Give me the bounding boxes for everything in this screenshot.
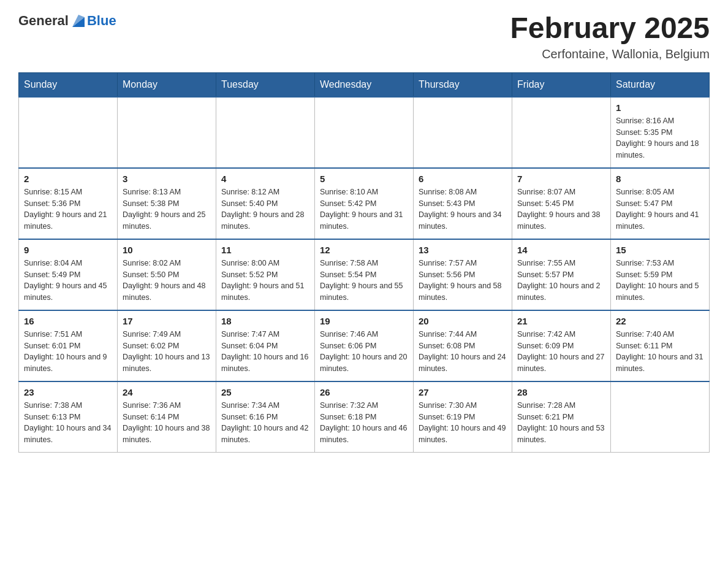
daylight-text: Daylight: 10 hours and 9 minutes.	[24, 353, 107, 373]
daylight-text: Daylight: 10 hours and 24 minutes.	[419, 353, 506, 373]
sunset-text: Sunset: 5:50 PM	[123, 270, 179, 279]
day-info: Sunrise: 7:46 AMSunset: 6:06 PMDaylight:…	[320, 329, 408, 375]
sunset-text: Sunset: 5:57 PM	[517, 270, 574, 279]
day-number: 8	[616, 174, 704, 184]
sunset-text: Sunset: 6:11 PM	[616, 342, 672, 350]
sunset-text: Sunset: 6:06 PM	[320, 342, 376, 350]
sunrise-text: Sunrise: 7:46 AM	[320, 330, 378, 339]
day-number: 16	[24, 316, 112, 326]
sunset-text: Sunset: 6:04 PM	[221, 342, 278, 350]
day-info: Sunrise: 7:58 AMSunset: 5:54 PMDaylight:…	[320, 258, 408, 304]
table-row: 1Sunrise: 8:16 AMSunset: 5:35 PMDaylight…	[611, 97, 710, 168]
sunrise-text: Sunrise: 8:08 AM	[419, 188, 477, 196]
title-block: February 2025 Cerfontaine, Wallonia, Bel…	[510, 12, 710, 61]
daylight-text: Daylight: 9 hours and 48 minutes.	[123, 282, 206, 302]
day-info: Sunrise: 8:05 AMSunset: 5:47 PMDaylight:…	[616, 186, 704, 232]
sunrise-text: Sunrise: 7:36 AM	[123, 401, 181, 410]
day-info: Sunrise: 8:02 AMSunset: 5:50 PMDaylight:…	[123, 258, 211, 304]
logo-blue: Blue	[87, 13, 116, 28]
daylight-text: Daylight: 10 hours and 2 minutes.	[517, 282, 601, 302]
header-friday: Friday	[512, 72, 611, 97]
table-row: 22Sunrise: 7:40 AMSunset: 6:11 PMDayligh…	[611, 310, 710, 381]
header-sunday: Sunday	[19, 72, 118, 97]
daylight-text: Daylight: 9 hours and 31 minutes.	[320, 210, 403, 231]
month-year-title: February 2025	[510, 12, 710, 45]
day-number: 13	[419, 245, 507, 255]
daylight-text: Daylight: 10 hours and 5 minutes.	[616, 282, 699, 302]
sunset-text: Sunset: 6:21 PM	[517, 413, 574, 421]
sunset-text: Sunset: 6:01 PM	[24, 342, 80, 350]
sunrise-text: Sunrise: 7:55 AM	[517, 259, 575, 267]
sunrise-text: Sunrise: 7:40 AM	[616, 330, 674, 339]
header-thursday: Thursday	[414, 72, 512, 97]
table-row: 9Sunrise: 8:04 AMSunset: 5:49 PMDaylight…	[19, 239, 118, 310]
table-row: 26Sunrise: 7:32 AMSunset: 6:18 PMDayligh…	[315, 381, 414, 453]
sunrise-text: Sunrise: 8:02 AM	[123, 259, 181, 267]
sunset-text: Sunset: 6:13 PM	[24, 413, 80, 421]
sunset-text: Sunset: 6:19 PM	[419, 413, 475, 421]
daylight-text: Daylight: 10 hours and 34 minutes.	[24, 424, 111, 444]
day-number: 18	[221, 316, 309, 326]
header-wednesday: Wednesday	[315, 72, 414, 97]
daylight-text: Daylight: 10 hours and 38 minutes.	[123, 424, 210, 444]
sunset-text: Sunset: 5:43 PM	[419, 199, 475, 208]
sunset-text: Sunset: 5:42 PM	[320, 199, 376, 208]
table-row: 21Sunrise: 7:42 AMSunset: 6:09 PMDayligh…	[512, 310, 611, 381]
daylight-text: Daylight: 10 hours and 46 minutes.	[320, 424, 407, 444]
day-number: 14	[517, 245, 605, 255]
sunset-text: Sunset: 5:49 PM	[24, 270, 80, 279]
day-info: Sunrise: 8:13 AMSunset: 5:38 PMDaylight:…	[123, 186, 211, 232]
table-row: 6Sunrise: 8:08 AMSunset: 5:43 PMDaylight…	[414, 168, 512, 239]
sunset-text: Sunset: 5:38 PM	[123, 199, 179, 208]
sunrise-text: Sunrise: 7:42 AM	[517, 330, 575, 339]
sunrise-text: Sunrise: 7:30 AM	[419, 401, 477, 410]
table-row: 4Sunrise: 8:12 AMSunset: 5:40 PMDaylight…	[216, 168, 315, 239]
day-number: 17	[123, 316, 211, 326]
sunrise-text: Sunrise: 7:58 AM	[320, 259, 378, 267]
sunrise-text: Sunrise: 8:07 AM	[517, 188, 575, 196]
daylight-text: Daylight: 9 hours and 51 minutes.	[221, 282, 305, 302]
daylight-text: Daylight: 9 hours and 18 minutes.	[616, 139, 699, 159]
daylight-text: Daylight: 10 hours and 16 minutes.	[221, 353, 308, 373]
table-row	[118, 97, 216, 168]
day-number: 6	[419, 174, 507, 184]
day-number: 21	[517, 316, 605, 326]
day-info: Sunrise: 7:40 AMSunset: 6:11 PMDaylight:…	[616, 329, 704, 375]
table-row: 12Sunrise: 7:58 AMSunset: 5:54 PMDayligh…	[315, 239, 414, 310]
day-number: 19	[320, 316, 408, 326]
day-info: Sunrise: 8:12 AMSunset: 5:40 PMDaylight:…	[221, 186, 309, 232]
sunset-text: Sunset: 6:02 PM	[123, 342, 179, 350]
daylight-text: Daylight: 9 hours and 58 minutes.	[419, 282, 502, 302]
sunrise-text: Sunrise: 7:57 AM	[419, 259, 477, 267]
sunrise-text: Sunrise: 8:16 AM	[616, 117, 674, 125]
day-number: 20	[419, 316, 507, 326]
table-row: 10Sunrise: 8:02 AMSunset: 5:50 PMDayligh…	[118, 239, 216, 310]
table-row: 27Sunrise: 7:30 AMSunset: 6:19 PMDayligh…	[414, 381, 512, 453]
day-info: Sunrise: 8:16 AMSunset: 5:35 PMDaylight:…	[616, 115, 704, 161]
table-row	[414, 97, 512, 168]
day-number: 26	[320, 387, 408, 397]
day-info: Sunrise: 7:36 AMSunset: 6:14 PMDaylight:…	[123, 400, 211, 446]
sunset-text: Sunset: 6:18 PM	[320, 413, 376, 421]
sunrise-text: Sunrise: 8:05 AM	[616, 188, 674, 196]
daylight-text: Daylight: 10 hours and 53 minutes.	[517, 424, 604, 444]
day-info: Sunrise: 8:04 AMSunset: 5:49 PMDaylight:…	[24, 258, 112, 304]
table-row: 13Sunrise: 7:57 AMSunset: 5:56 PMDayligh…	[414, 239, 512, 310]
table-row: 3Sunrise: 8:13 AMSunset: 5:38 PMDaylight…	[118, 168, 216, 239]
day-number: 11	[221, 245, 309, 255]
day-number: 5	[320, 174, 408, 184]
sunrise-text: Sunrise: 7:38 AM	[24, 401, 82, 410]
day-info: Sunrise: 8:08 AMSunset: 5:43 PMDaylight:…	[419, 186, 507, 232]
day-info: Sunrise: 7:55 AMSunset: 5:57 PMDaylight:…	[517, 258, 605, 304]
day-number: 1	[616, 102, 704, 113]
sunset-text: Sunset: 6:09 PM	[517, 342, 574, 350]
day-number: 4	[221, 174, 309, 184]
sunset-text: Sunset: 5:36 PM	[24, 199, 80, 208]
table-row: 17Sunrise: 7:49 AMSunset: 6:02 PMDayligh…	[118, 310, 216, 381]
day-info: Sunrise: 7:53 AMSunset: 5:59 PMDaylight:…	[616, 258, 704, 304]
table-row: 19Sunrise: 7:46 AMSunset: 6:06 PMDayligh…	[315, 310, 414, 381]
sunrise-text: Sunrise: 8:04 AM	[24, 259, 82, 267]
day-number: 10	[123, 245, 211, 255]
day-info: Sunrise: 7:28 AMSunset: 6:21 PMDaylight:…	[517, 400, 605, 446]
day-number: 24	[123, 387, 211, 397]
